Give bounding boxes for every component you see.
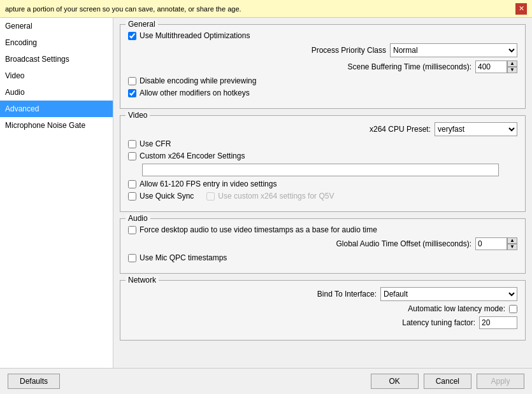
use-mic-qpc-label: Use Mic QPC timestamps <box>140 253 227 262</box>
use-cfr-row: Use CFR <box>128 139 517 148</box>
auto-low-latency-checkbox[interactable] <box>509 305 517 313</box>
bind-interface-row: Bind To Interface: Default <box>128 287 517 301</box>
latency-tuning-label: Latency tuning factor: <box>128 318 479 327</box>
ok-button[interactable]: OK <box>371 374 419 389</box>
use-cfr-checkbox[interactable] <box>128 140 136 148</box>
use-multithreaded-label: Use Multithreaded Optimizations <box>140 31 250 40</box>
sidebar-item-audio[interactable]: Audio <box>0 84 113 101</box>
scene-buffering-input[interactable] <box>475 60 507 73</box>
auto-low-latency-row: Automatic low latency mode: <box>128 304 517 313</box>
use-mic-qpc-checkbox[interactable] <box>128 254 136 262</box>
latency-tuning-row: Latency tuning factor: <box>128 316 517 329</box>
custom-x264-input[interactable] <box>142 164 499 176</box>
general-section-label: General <box>126 20 158 29</box>
app-container: apture a portion of your screen so you c… <box>0 0 532 394</box>
use-cfr-label: Use CFR <box>140 139 171 148</box>
sidebar-item-broadcast-settings[interactable]: Broadcast Settings <box>0 51 113 67</box>
scene-buffering-label: Scene Buffering Time (milliseconds): <box>128 62 475 71</box>
global-audio-offset-input[interactable] <box>475 237 507 250</box>
use-custom-x264-q5v-label: Use custom x264 settings for Q5V <box>218 192 334 201</box>
sidebar-item-encoding[interactable]: Encoding <box>0 34 113 51</box>
general-section: General Use Multithreaded Optimizations … <box>120 24 526 109</box>
allow-modifiers-row: Allow other modifiers on hotkeys <box>128 88 517 97</box>
sidebar-item-general[interactable]: General <box>0 18 113 34</box>
scene-buffering-row: Scene Buffering Time (milliseconds): ▲ ▼ <box>128 60 517 73</box>
sidebar-item-advanced[interactable]: Advanced <box>0 101 113 117</box>
defaults-button[interactable]: Defaults <box>8 374 60 389</box>
use-custom-x264-q5v-inner: Use custom x264 settings for Q5V <box>206 192 334 201</box>
multithreaded-row: Use Multithreaded Optimizations <box>128 31 517 40</box>
scene-buffering-spinner-btns: ▲ ▼ <box>507 60 517 73</box>
force-desktop-checkbox[interactable] <box>128 226 136 234</box>
x264-preset-select[interactable]: ultrafast superfast veryfast faster fast… <box>435 122 517 136</box>
top-banner: apture a portion of your screen so you c… <box>0 0 532 18</box>
allow-61-120-row: Allow 61-120 FPS entry in video settings <box>128 179 517 188</box>
use-quick-sync-inner: Use Quick Sync <box>128 192 194 201</box>
banner-text: apture a portion of your screen so you c… <box>5 5 241 13</box>
global-audio-offset-spinner: ▲ ▼ <box>475 237 517 250</box>
disable-encoding-label: Disable encoding while previewing <box>140 76 256 85</box>
video-section: Video x264 CPU Preset: ultrafast superfa… <box>120 115 526 212</box>
process-priority-row: Process Priority Class Normal Above Norm… <box>128 43 517 57</box>
close-button[interactable]: ✕ <box>515 3 527 15</box>
bind-interface-label: Bind To Interface: <box>128 290 380 299</box>
x264-preset-label: x264 CPU Preset: <box>128 125 435 134</box>
force-desktop-row: Force desktop audio to use video timesta… <box>128 225 517 234</box>
scene-buffering-up[interactable]: ▲ <box>507 60 517 67</box>
video-section-label: Video <box>126 111 150 120</box>
sidebar-item-video[interactable]: Video <box>0 67 113 84</box>
apply-button[interactable]: Apply <box>477 374 524 389</box>
use-quick-sync-label: Use Quick Sync <box>140 192 194 201</box>
bottom-right-buttons: OK Cancel Apply <box>371 374 524 389</box>
use-quick-sync-checkbox[interactable] <box>128 192 136 201</box>
latency-tuning-input[interactable] <box>479 316 517 329</box>
disable-encoding-checkbox[interactable] <box>128 77 136 85</box>
global-audio-offset-label: Global Audio Time Offset (milliseconds): <box>128 239 475 248</box>
allow-61-120-label: Allow 61-120 FPS entry in video settings <box>140 179 277 188</box>
custom-x264-row: Custom x264 Encoder Settings <box>128 151 517 160</box>
audio-section: Audio Force desktop audio to use video t… <box>120 218 526 274</box>
network-section-label: Network <box>126 276 159 285</box>
use-multithreaded-checkbox[interactable] <box>128 32 136 40</box>
process-priority-select[interactable]: Normal Above Normal High Idle Below Norm… <box>390 43 517 57</box>
audio-section-label: Audio <box>126 214 150 223</box>
main-area: General Encoding Broadcast Settings Vide… <box>0 18 532 368</box>
force-desktop-label: Force desktop audio to use video timesta… <box>140 225 377 234</box>
global-audio-offset-down[interactable]: ▼ <box>507 244 517 250</box>
custom-x264-label: Custom x264 Encoder Settings <box>140 151 245 160</box>
allow-modifiers-checkbox[interactable] <box>128 89 136 97</box>
global-audio-offset-up[interactable]: ▲ <box>507 237 517 244</box>
sidebar-item-microphone-noise-gate[interactable]: Microphone Noise Gate <box>0 117 113 134</box>
custom-x264-checkbox[interactable] <box>128 152 136 160</box>
content-area: General Use Multithreaded Optimizations … <box>113 18 532 368</box>
bottom-bar: Defaults OK Cancel Apply <box>0 368 532 394</box>
global-audio-offset-spinner-btns: ▲ ▼ <box>507 237 517 250</box>
network-section: Network Bind To Interface: Default Autom… <box>120 280 526 341</box>
x264-preset-row: x264 CPU Preset: ultrafast superfast ver… <box>128 122 517 136</box>
sidebar: General Encoding Broadcast Settings Vide… <box>0 18 113 368</box>
global-audio-offset-row: Global Audio Time Offset (milliseconds):… <box>128 237 517 250</box>
cancel-button[interactable]: Cancel <box>424 374 471 389</box>
allow-modifiers-label: Allow other modifiers on hotkeys <box>140 88 250 97</box>
auto-low-latency-label: Automatic low latency mode: <box>128 304 509 313</box>
process-priority-label: Process Priority Class <box>128 46 390 55</box>
scene-buffering-spinner: ▲ ▼ <box>475 60 517 73</box>
disable-encoding-row: Disable encoding while previewing <box>128 76 517 85</box>
custom-x264-input-row <box>142 164 517 176</box>
scene-buffering-down[interactable]: ▼ <box>507 67 517 73</box>
bind-interface-select[interactable]: Default <box>380 287 517 301</box>
use-mic-qpc-row: Use Mic QPC timestamps <box>128 253 517 262</box>
quick-sync-row: Use Quick Sync Use custom x264 settings … <box>128 192 517 201</box>
use-custom-x264-q5v-checkbox[interactable] <box>206 192 215 201</box>
allow-61-120-checkbox[interactable] <box>128 180 136 188</box>
